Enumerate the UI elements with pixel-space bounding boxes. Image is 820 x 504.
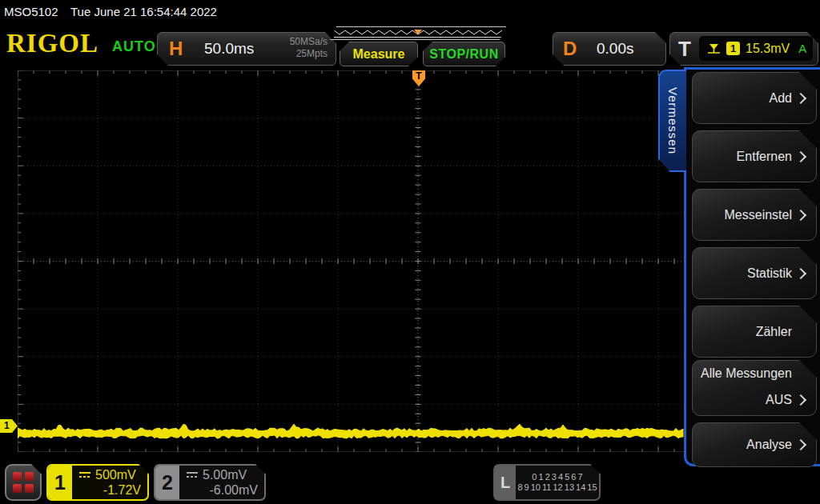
chevron-right-icon bbox=[795, 267, 806, 278]
menu-tab-label: Vermessen bbox=[666, 87, 680, 154]
trigger-info: 1 15.3mV A bbox=[699, 36, 813, 61]
stop-run-button[interactable]: STOP/RUN bbox=[423, 42, 505, 66]
top-bar: MSO5102 Tue June 21 16:54:44 2022 bbox=[0, 0, 820, 22]
menu-item-entfernen[interactable]: Entfernen bbox=[692, 130, 817, 182]
channel1-scale: 500mV bbox=[95, 468, 136, 482]
menu-item-add[interactable]: Add bbox=[692, 72, 817, 124]
menu-item-statistik[interactable]: Statistik bbox=[692, 247, 817, 299]
menu-item-value: AUS bbox=[766, 393, 792, 407]
measure-button-label: Measure bbox=[353, 47, 405, 62]
chevron-right-icon bbox=[795, 150, 806, 162]
stop-run-button-label: STOP/RUN bbox=[429, 47, 498, 62]
horizontal-settings-block[interactable]: H 50.0ms 50MSa/s 25Mpts bbox=[157, 32, 336, 66]
horizontal-label: H bbox=[169, 38, 183, 60]
chevron-right-icon bbox=[795, 92, 806, 103]
trigger-block[interactable]: T 1 15.3mV A bbox=[669, 32, 818, 66]
chevron-right-icon bbox=[795, 394, 806, 406]
logic-channels-block[interactable]: L 0 1 2 3 4 5 6 7 8 9 10 11 12 13 14 15 bbox=[493, 464, 601, 501]
delay-value: 0.00s bbox=[597, 40, 633, 58]
chevron-right-icon bbox=[795, 209, 806, 220]
trigger-source-badge: 1 bbox=[726, 42, 740, 55]
menu-item-messeinstel[interactable]: Messeinstel bbox=[692, 189, 817, 241]
menu-item-analyse[interactable]: Analyse bbox=[692, 422, 817, 467]
channel1-level-marker[interactable]: 1 bbox=[0, 419, 18, 433]
trigger-coupling: A bbox=[798, 42, 806, 55]
trigger-label: T bbox=[678, 37, 691, 62]
measure-button[interactable]: Measure bbox=[340, 42, 418, 66]
sample-rate: 50MSa/s bbox=[290, 36, 328, 48]
logic-channel-numbers: 0 1 2 3 4 5 6 7 8 9 10 11 12 13 14 15 bbox=[516, 466, 599, 499]
channel2-offset: -6.00mV bbox=[186, 483, 258, 498]
menu-item-label: Zähler bbox=[756, 325, 792, 339]
menu-item-label: Alle Messungen bbox=[701, 366, 805, 381]
waveform-overview-strip[interactable] bbox=[330, 26, 506, 40]
datetime-text: Tue June 21 16:54:44 2022 bbox=[70, 5, 217, 18]
chevron-right-icon bbox=[795, 439, 806, 450]
menu-panel: Add Entfernen Messeinstel Statistik Zähl… bbox=[684, 67, 820, 466]
channel1-badge: 1 bbox=[48, 466, 72, 499]
model-name: MSO5102 bbox=[4, 5, 58, 18]
menu-item-label: Statistik bbox=[747, 266, 792, 281]
channel2-badge: 2 bbox=[155, 466, 179, 499]
dc-coupling-icon bbox=[78, 471, 91, 478]
channel2-values: 5.00mV -6.00mV bbox=[179, 466, 264, 499]
logic-badge: L bbox=[495, 466, 516, 499]
channel1-trace bbox=[18, 70, 685, 452]
menu-item-label: Add bbox=[770, 91, 792, 106]
memory-depth: 25Mpts bbox=[290, 48, 328, 60]
delay-label: D bbox=[563, 38, 577, 60]
channel1-values: 500mV -1.72V bbox=[72, 466, 147, 499]
dc-coupling-icon bbox=[186, 471, 199, 478]
channel1-block[interactable]: 1 500mV -1.72V bbox=[46, 464, 149, 501]
logic-row-0-7: 0 1 2 3 4 5 6 7 bbox=[516, 472, 599, 482]
sample-rate-memdepth: 50MSa/s 25Mpts bbox=[290, 36, 328, 60]
channel2-scale: 5.00mV bbox=[203, 468, 247, 482]
menu-tab-vermessen[interactable]: Vermessen bbox=[658, 70, 686, 172]
channel2-block[interactable]: 2 5.00mV -6.00mV bbox=[154, 464, 266, 501]
menu-item-alle-messungen[interactable]: Alle Messungen AUS bbox=[692, 360, 817, 416]
oscilloscope-screen: MSO5102 Tue June 21 16:54:44 2022 RIGOL … bbox=[0, 0, 820, 504]
windows-grid-icon[interactable] bbox=[5, 464, 42, 501]
menu-item-label: Entfernen bbox=[737, 150, 792, 164]
falling-edge-trigger-icon bbox=[707, 42, 721, 54]
overview-waveform-icon bbox=[331, 27, 505, 39]
menu-item-label: Analyse bbox=[746, 438, 792, 452]
trigger-level-value: 15.3mV bbox=[746, 42, 790, 56]
acquisition-status: AUTO bbox=[112, 38, 156, 55]
timebase-value: 50.0ms bbox=[204, 40, 254, 58]
delay-block[interactable]: D 0.00s bbox=[553, 32, 666, 66]
channel1-offset: -1.72V bbox=[78, 483, 141, 498]
rigol-logo: RIGOL bbox=[6, 29, 98, 58]
logic-row-8-15: 8 9 10 11 12 13 14 15 bbox=[516, 482, 599, 493]
menu-item-zaehler[interactable]: Zähler bbox=[692, 306, 817, 358]
bottom-bar: 1 500mV -1.72V 2 bbox=[0, 462, 820, 504]
menu-item-label: Messeinstel bbox=[725, 208, 792, 222]
